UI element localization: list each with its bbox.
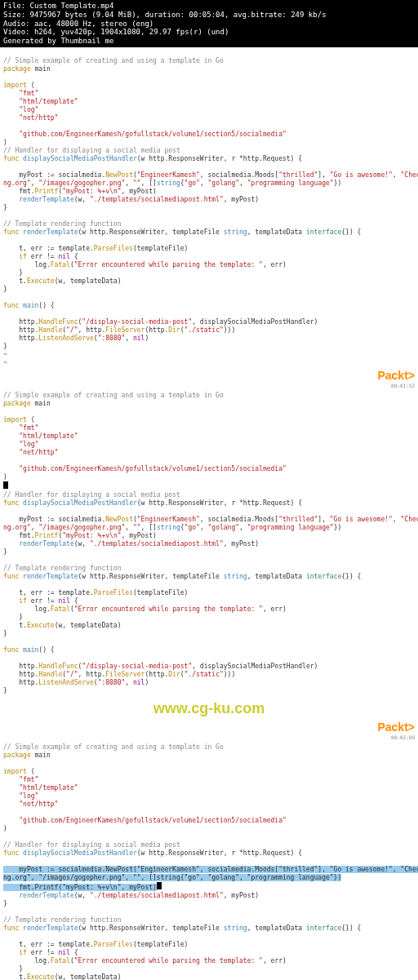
comment: // Simple example of creating and using … [3,743,224,751]
comment: // Handler for displaying a social media… [3,841,180,849]
comment: // Template rendering function [3,220,122,228]
code-snapshot-3: // Simple example of creating and using … [0,734,418,980]
audio-line: Audio: aac, 48000 Hz, stereo (eng) [3,20,415,29]
timestamp: 00:01:52 [391,383,415,388]
packt-brand: Packt> [377,721,415,734]
timestamp: 00:02:09 [391,734,415,740]
cursor [3,481,8,489]
visual-selection: myPost := socialmedia.NewPost("EngineerK… [3,866,418,891]
file-line: File: Custom Template.mp4 [3,2,415,11]
timestamp-row-2: Packt> 00:02:09 [0,721,418,734]
timestamp-row-1: Packt> 00:01:52 [0,369,418,382]
video-metadata-header: File: Custom Template.mp4 Size: 9475967 … [0,0,418,47]
comment: // Handler for displaying a social media… [3,147,180,154]
comment: // Template rendering function [3,565,122,572]
packt-brand: Packt> [377,369,415,382]
comment: // Simple example of creating and using … [3,57,224,64]
size-line: Size: 9475967 bytes (9.04 MiB), duration… [3,11,415,20]
comment: // Template rendering function [3,916,122,924]
comment: // Simple example of creating and using … [3,392,224,399]
code-snapshot-2: // Simple example of creating and using … [0,382,418,697]
watermark: www.cg-ku.com [0,697,418,721]
video-line: Video: h264, yuv420p, 1904x1080, 29.97 f… [3,28,415,37]
code-snapshot-1: // Simple example of creating and using … [0,47,418,369]
comment: // Handler for displaying a social media… [3,491,180,499]
gen-line: Generated by Thumbnail me [3,37,415,46]
cursor [157,882,162,889]
